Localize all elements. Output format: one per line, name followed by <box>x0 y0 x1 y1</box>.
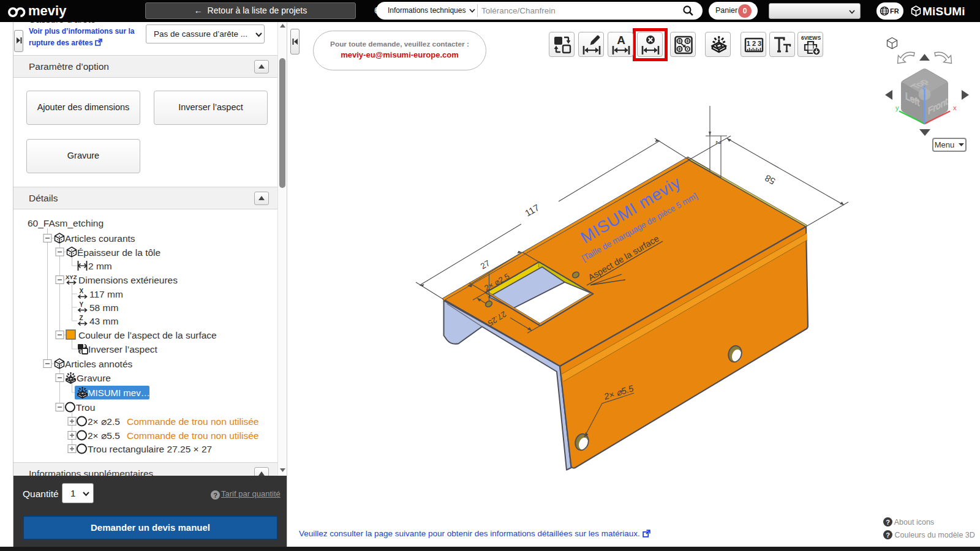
svg-text:?: ? <box>886 519 890 526</box>
svg-text:XYZ: XYZ <box>66 274 77 280</box>
svg-text:2: 2 <box>715 141 722 144</box>
svg-text:58 mm: 58 mm <box>89 302 118 313</box>
svg-text:2× ⌀5.5: 2× ⌀5.5 <box>88 430 120 441</box>
svg-text:Trou: Trou <box>76 402 95 413</box>
svg-text:?: ? <box>886 531 890 539</box>
svg-text:58: 58 <box>763 173 777 187</box>
svg-text:Couleur de l’aspect de la surf: Couleur de l’aspect de la surface <box>78 330 217 340</box>
svg-text:Y: Y <box>80 301 84 308</box>
svg-text:27: 27 <box>479 258 492 271</box>
svg-text:Épaisseur de la tôle: Épaisseur de la tôle <box>77 247 160 258</box>
svg-text:Trou rectangulaire 27.25 × 27: Trou rectangulaire 27.25 × 27 <box>88 444 212 454</box>
svg-text:Articles courants: Articles courants <box>65 233 135 244</box>
svg-text:2 mm: 2 mm <box>88 261 112 271</box>
svg-text:60_FAsm_etching: 60_FAsm_etching <box>28 218 104 228</box>
svg-text:y: y <box>895 104 899 111</box>
svg-text:Dimensions extérieures: Dimensions extérieures <box>78 275 178 285</box>
svg-text:?: ? <box>213 492 217 499</box>
svg-text:Articles annotés: Articles annotés <box>65 359 133 369</box>
svg-text:MISUMI mev…: MISUMI mev… <box>88 388 150 398</box>
svg-text:2× ⌀2.5: 2× ⌀2.5 <box>88 416 120 427</box>
svg-text:117: 117 <box>523 202 541 219</box>
svg-text:Commande de trou non utilisée: Commande de trou non utilisée <box>127 430 258 441</box>
svg-text:Inverser l’aspect: Inverser l’aspect <box>88 344 158 354</box>
svg-text:117 mm: 117 mm <box>89 289 123 299</box>
svg-text:x: x <box>953 104 957 111</box>
svg-text:X: X <box>80 288 84 294</box>
svg-text:z: z <box>922 83 926 91</box>
svg-text:Z: Z <box>80 315 83 321</box>
svg-text:Gravure: Gravure <box>77 373 111 383</box>
svg-text:Commande de trou non utilisée: Commande de trou non utilisée <box>127 416 258 427</box>
svg-text:43 mm: 43 mm <box>89 316 118 326</box>
